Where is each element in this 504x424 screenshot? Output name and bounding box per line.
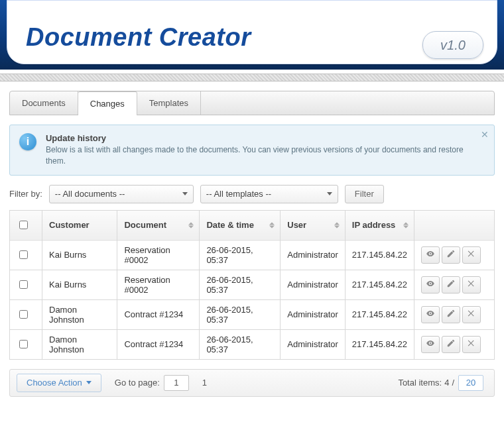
row-checkbox[interactable] (19, 250, 28, 259)
col-datetime[interactable]: Date & time (200, 210, 281, 240)
filter-button[interactable]: Filter (345, 185, 384, 203)
app-title: Document Creator (26, 23, 251, 52)
documents-select[interactable]: -- All documents -- (49, 185, 194, 203)
delete-button[interactable] (462, 306, 481, 323)
close-icon (467, 309, 476, 320)
page-input[interactable]: 1 (164, 375, 189, 391)
table-header-row: Customer Document Date & time User IP ad… (10, 210, 495, 240)
view-button[interactable] (421, 246, 440, 264)
table-row: Damon JohnstonContract #123426-06-2015, … (10, 329, 495, 359)
delete-button[interactable] (462, 276, 481, 293)
tab-documents[interactable]: Documents (10, 91, 78, 115)
chevron-down-icon (327, 192, 332, 195)
edit-button[interactable] (442, 306, 460, 323)
close-icon (467, 249, 476, 260)
eye-icon (426, 339, 435, 350)
pencil-icon (446, 249, 456, 260)
delete-button[interactable] (462, 246, 481, 264)
templates-select[interactable]: -- All templates -- (200, 185, 338, 203)
cell-actions (414, 329, 495, 359)
eye-icon (426, 249, 435, 260)
edit-button[interactable] (442, 276, 460, 293)
cell-ip: 217.145.84.22 (345, 299, 414, 329)
tab-changes[interactable]: Changes (78, 91, 137, 115)
goto-page-label: Go to page: (115, 378, 160, 388)
filter-row: Filter by: -- All documents -- -- All te… (9, 185, 495, 203)
cell-user: Administrator (281, 240, 346, 270)
col-label: IP address (352, 220, 396, 230)
col-user[interactable]: User (281, 210, 346, 240)
cell-document: Reservation #0002 (117, 240, 200, 270)
row-select-cell[interactable] (10, 299, 42, 329)
cell-ip: 217.145.84.22 (345, 270, 414, 299)
cell-customer: Kai Burns (42, 270, 117, 299)
col-document[interactable]: Document (117, 210, 200, 240)
delete-button[interactable] (462, 336, 481, 353)
cell-ip: 217.145.84.22 (345, 240, 414, 270)
row-select-cell[interactable] (10, 329, 42, 359)
close-icon (467, 339, 476, 350)
row-select-cell[interactable] (10, 240, 42, 270)
eye-icon (426, 309, 435, 320)
col-label: User (287, 220, 306, 230)
select-all-checkbox[interactable] (19, 221, 28, 229)
choose-action-button[interactable]: Choose Action (17, 374, 101, 392)
tab-templates[interactable]: Templates (137, 91, 201, 115)
col-label: Customer (49, 220, 90, 230)
table-row: Damon JohnstonContract #123426-06-2015, … (10, 299, 495, 329)
view-button[interactable] (421, 306, 440, 323)
view-button[interactable] (421, 336, 440, 353)
cell-datetime: 26-06-2015, 05:37 (200, 240, 281, 270)
view-button[interactable] (421, 276, 440, 293)
edit-button[interactable] (442, 336, 460, 353)
changes-table: Customer Document Date & time User IP ad… (9, 210, 495, 360)
header-select-all[interactable] (10, 210, 42, 240)
close-icon (467, 279, 476, 290)
pencil-icon (446, 339, 456, 350)
col-label: Document (124, 220, 166, 230)
divider-stripe (0, 74, 504, 81)
info-body: Below is a list with all changes made to… (46, 144, 485, 167)
info-title: Update history (46, 133, 485, 143)
info-alert: i Update history Below is a list with al… (9, 125, 495, 176)
chevron-down-icon (182, 192, 188, 195)
chevron-down-icon (86, 381, 92, 384)
col-ip[interactable]: IP address (345, 210, 414, 240)
version-badge: v1.0 (422, 31, 483, 59)
cell-actions (414, 270, 495, 299)
row-select-cell[interactable] (10, 270, 42, 299)
row-checkbox[interactable] (19, 280, 28, 289)
cell-document: Reservation #0002 (117, 270, 200, 299)
table-row: Kai BurnsReservation #000226-06-2015, 05… (10, 240, 495, 270)
pencil-icon (446, 309, 456, 320)
cell-datetime: 26-06-2015, 05:37 (200, 270, 281, 299)
cell-datetime: 26-06-2015, 05:37 (200, 329, 281, 359)
sort-icon (188, 222, 194, 228)
col-customer[interactable]: Customer (42, 210, 117, 240)
table-row: Kai BurnsReservation #000226-06-2015, 05… (10, 270, 495, 299)
app-header: Document Creator v1.0 (0, 0, 504, 70)
col-actions (414, 210, 495, 240)
tab-bar: Documents Changes Templates (9, 91, 495, 115)
close-icon[interactable]: ✕ (481, 129, 489, 140)
sort-icon (269, 222, 275, 228)
templates-select-value: -- All templates -- (206, 189, 271, 199)
per-page-input[interactable]: 20 (458, 375, 483, 391)
sort-icon (334, 222, 340, 228)
cell-user: Administrator (281, 270, 346, 299)
edit-button[interactable] (442, 246, 460, 264)
col-label: Date & time (206, 220, 254, 230)
filter-label: Filter by: (9, 189, 42, 199)
cell-document: Contract #1234 (117, 299, 200, 329)
row-checkbox[interactable] (19, 340, 28, 348)
info-icon: i (19, 133, 36, 150)
table-footer: Choose Action Go to page: 1 1 Total item… (9, 369, 495, 397)
pencil-icon (446, 279, 456, 290)
total-pages: 1 (202, 378, 207, 388)
cell-user: Administrator (281, 329, 346, 359)
cell-actions (414, 240, 495, 270)
sort-icon (403, 222, 409, 228)
cell-user: Administrator (281, 299, 346, 329)
cell-ip: 217.145.84.22 (345, 329, 414, 359)
row-checkbox[interactable] (19, 310, 28, 319)
